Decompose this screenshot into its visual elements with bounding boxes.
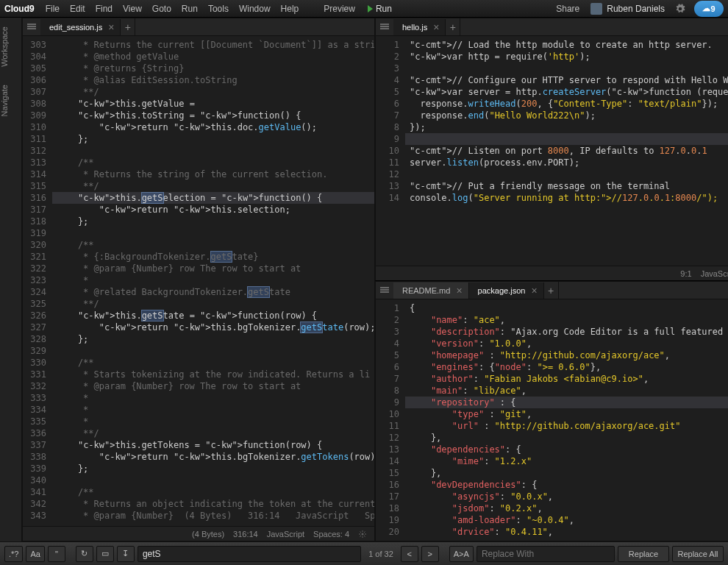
regex-toggle[interactable]: .*? bbox=[4, 546, 23, 562]
side-tab-navigate[interactable]: Navigate bbox=[0, 76, 9, 125]
gutter: 1234567891011121314151617181920 bbox=[376, 299, 405, 541]
editor-tr[interactable]: 1234567891011121314 "c-cmt">// Load the … bbox=[376, 36, 728, 266]
tab-add-button[interactable]: + bbox=[446, 18, 460, 35]
menu-find[interactable]: Find bbox=[90, 4, 118, 14]
tab-label: package.json bbox=[478, 286, 526, 295]
side-panel-tabs: Workspace Navigate bbox=[0, 18, 22, 541]
status-bytes: (4 Bytes) bbox=[192, 530, 224, 539]
svg-point-0 bbox=[362, 533, 364, 535]
editor-left[interactable]: 3033043053063073083093103113123133143153… bbox=[23, 36, 374, 526]
close-icon[interactable]: × bbox=[531, 285, 537, 296]
replace-button[interactable]: Replace bbox=[618, 546, 669, 562]
pane-menu-icon[interactable] bbox=[27, 23, 36, 32]
run-button[interactable]: Run bbox=[360, 4, 399, 14]
status-lang[interactable]: JavaScript bbox=[701, 269, 728, 278]
pane-top-right: hello.js× + 1234567891011121314 "c-cmt">… bbox=[375, 18, 728, 281]
menu-tools[interactable]: Tools bbox=[203, 4, 234, 14]
gear-icon[interactable] bbox=[675, 4, 685, 14]
code-area[interactable]: * Returns the current [[Document `Docume… bbox=[52, 36, 374, 526]
preserve-toggle[interactable]: ↧ bbox=[117, 546, 135, 562]
tab-package[interactable]: package.json× bbox=[469, 282, 544, 299]
status-pos[interactable]: 9:1 bbox=[680, 269, 691, 278]
pane-left: edit_session.js× + 303304305306307308309… bbox=[22, 18, 375, 541]
tab-edit-session[interactable]: edit_session.js× bbox=[40, 19, 121, 35]
cloud9-badge[interactable]: ☁9 bbox=[694, 1, 724, 17]
close-icon[interactable]: × bbox=[433, 22, 439, 32]
tab-label: edit_session.js bbox=[49, 23, 102, 32]
next-match-button[interactable]: > bbox=[421, 546, 439, 562]
menubar: Cloud9 File Edit Find View Goto Run Tool… bbox=[0, 0, 728, 18]
menu-goto[interactable]: Goto bbox=[147, 4, 176, 14]
replace-mode-toggle[interactable]: A>A bbox=[449, 546, 474, 562]
tab-add-button[interactable]: + bbox=[121, 18, 135, 35]
selection-toggle[interactable]: ▭ bbox=[96, 546, 114, 562]
tabbar-br: README.md× package.json× + bbox=[376, 282, 728, 299]
tab-label: hello.js bbox=[402, 23, 427, 32]
tab-label: README.md bbox=[402, 286, 450, 295]
menu-help[interactable]: Help bbox=[276, 4, 304, 14]
tab-add-button[interactable]: + bbox=[544, 282, 559, 299]
play-icon bbox=[368, 5, 373, 13]
search-input[interactable] bbox=[138, 546, 361, 562]
logo[interactable]: Cloud9 bbox=[4, 4, 35, 14]
user-name: Ruben Daniels bbox=[607, 4, 665, 14]
side-tab-workspace[interactable]: Workspace bbox=[0, 18, 9, 76]
prev-match-button[interactable]: < bbox=[401, 546, 418, 562]
menu-edit[interactable]: Edit bbox=[65, 4, 90, 14]
menu-view[interactable]: View bbox=[118, 4, 147, 14]
wrap-toggle[interactable]: ↻ bbox=[76, 546, 93, 562]
replace-all-button[interactable]: Replace All bbox=[672, 546, 724, 562]
editor-br[interactable]: 1234567891011121314151617181920 { "name"… bbox=[376, 299, 728, 541]
avatar bbox=[590, 3, 602, 15]
status-pos[interactable]: 316:14 bbox=[233, 530, 258, 539]
preview-button[interactable]: Preview bbox=[318, 4, 360, 14]
pane-menu-icon[interactable] bbox=[380, 286, 389, 295]
gutter: 3033043053063073083093103113123133143153… bbox=[23, 36, 52, 526]
statusbar-left: (4 Bytes) 316:14 JavaScript Spaces: 4 bbox=[23, 526, 374, 541]
menu-run[interactable]: Run bbox=[176, 4, 203, 14]
menu-window[interactable]: Window bbox=[234, 4, 276, 14]
replace-input[interactable] bbox=[477, 546, 615, 562]
statusbar-tr: 9:1 JavaScript Spaces: 2 bbox=[376, 266, 728, 280]
share-button[interactable]: Share bbox=[551, 4, 585, 14]
search-count: 1 of 32 bbox=[364, 550, 398, 558]
gear-icon[interactable] bbox=[358, 530, 367, 539]
wholeword-toggle[interactable]: " bbox=[48, 546, 65, 562]
case-toggle[interactable]: Aa bbox=[26, 546, 44, 562]
tabbar-tr: hello.js× + bbox=[376, 18, 728, 36]
user-menu[interactable]: Ruben Daniels bbox=[585, 3, 671, 15]
run-label: Run bbox=[376, 4, 392, 14]
status-lang[interactable]: JavaScript bbox=[267, 530, 304, 539]
tab-readme[interactable]: README.md× bbox=[393, 282, 469, 299]
pane-bottom-right: README.md× package.json× + 1234567891011… bbox=[375, 281, 728, 556]
code-area[interactable]: { "name": "ace", "description": "Ajax.or… bbox=[405, 299, 728, 541]
status-spaces[interactable]: Spaces: 4 bbox=[313, 530, 349, 539]
code-area[interactable]: "c-cmt">// Load the http module to creat… bbox=[405, 36, 728, 266]
menu-file[interactable]: File bbox=[40, 4, 65, 14]
tabbar-left: edit_session.js× + bbox=[23, 18, 374, 36]
close-icon[interactable]: × bbox=[456, 285, 462, 296]
findbar: .*? Aa " ↻ ▭ ↧ 1 of 32 < > A>A Replace R… bbox=[0, 541, 728, 565]
pane-menu-icon[interactable] bbox=[380, 23, 389, 32]
gutter: 1234567891011121314 bbox=[376, 36, 405, 266]
main-area: edit_session.js× + 303304305306307308309… bbox=[22, 18, 728, 541]
tab-hello[interactable]: hello.js× bbox=[393, 19, 446, 35]
pane-right: hello.js× + 1234567891011121314 "c-cmt">… bbox=[375, 18, 728, 541]
close-icon[interactable]: × bbox=[108, 22, 114, 32]
